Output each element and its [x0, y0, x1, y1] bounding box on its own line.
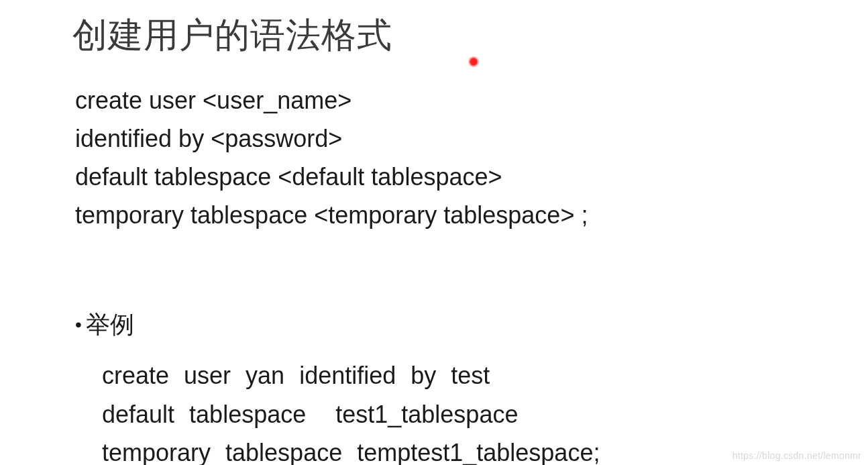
example-line-1: create user yan identified by test — [102, 356, 600, 395]
syntax-line-4: temporary tablespace <temporary tablespa… — [75, 197, 588, 235]
example-line-3: temporary tablespace temptest1_tablespac… — [102, 433, 600, 465]
example-line-2: default tablespace test1_tablespace — [102, 395, 600, 434]
laser-pointer-dot — [468, 56, 479, 67]
bullet-icon: • — [75, 314, 82, 335]
syntax-line-1: create user <user_name> — [75, 82, 588, 120]
syntax-line-2: identified by <password> — [75, 120, 588, 158]
example-section: •举例 create user yan identified by test d… — [75, 309, 600, 465]
watermark: https://blog.csdn.net/lemonmr — [733, 450, 861, 461]
example-code-block: create user yan identified by test defau… — [102, 356, 600, 465]
syntax-line-3: default tablespace <default tablespace> — [75, 158, 588, 197]
example-label: 举例 — [86, 311, 134, 338]
example-bullet-line: •举例 — [75, 309, 600, 342]
slide-title: 创建用户的语法格式 — [72, 12, 392, 59]
syntax-block: create user <user_name> identified by <p… — [75, 82, 588, 235]
